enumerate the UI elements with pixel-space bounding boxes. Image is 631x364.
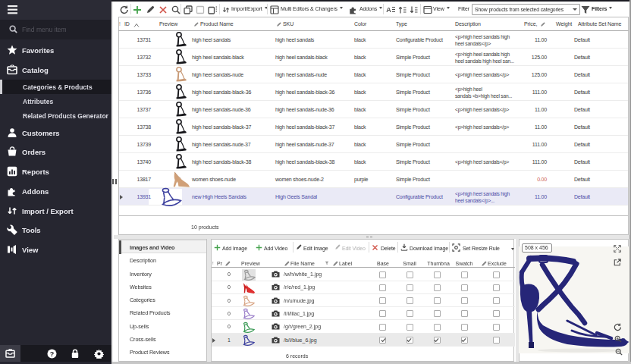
svg-text:A: A bbox=[386, 6, 391, 14]
svg-text:?: ? bbox=[50, 350, 55, 358]
